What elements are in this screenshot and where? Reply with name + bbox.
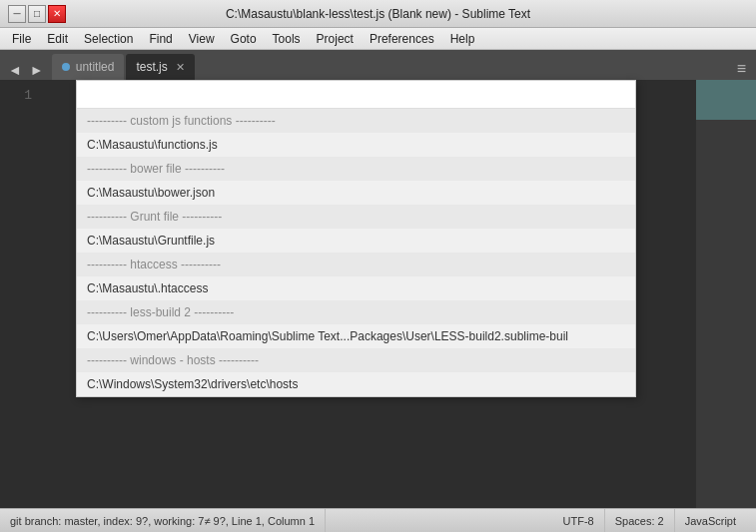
- tab-untitled-label: untitled: [76, 60, 115, 74]
- editor-area: 1 ---------- custom js functions -------…: [0, 80, 756, 508]
- dropdown-item-6: ---------- htaccess ----------: [77, 253, 635, 276]
- dropdown-item-9[interactable]: C:\Users\Omer\AppData\Roaming\Sublime Te…: [77, 324, 635, 348]
- close-button[interactable]: ✕: [48, 5, 66, 23]
- minimap: [696, 80, 756, 508]
- dropdown-overlay: ---------- custom js functions ---------…: [76, 80, 636, 397]
- menu-tools[interactable]: Tools: [265, 28, 309, 49]
- dropdown-item-10: ---------- windows - hosts ----------: [77, 348, 635, 372]
- line-numbers: 1: [0, 80, 40, 508]
- dropdown-search-input[interactable]: [77, 81, 635, 109]
- dropdown-item-0: ---------- custom js functions ---------…: [77, 109, 635, 133]
- tab-testjs-close[interactable]: ✕: [176, 61, 185, 74]
- dropdown-item-4: ---------- Grunt file ----------: [77, 205, 635, 229]
- menu-find[interactable]: Find: [141, 28, 180, 49]
- menu-preferences[interactable]: Preferences: [362, 28, 442, 49]
- status-language[interactable]: JavaScript: [675, 509, 746, 532]
- status-bar: git branch: master, index: 9?, working: …: [0, 508, 756, 532]
- dropdown-item-5[interactable]: C:\Masaustu\Gruntfile.js: [77, 229, 635, 253]
- tab-menu-button[interactable]: ≡: [731, 58, 752, 80]
- dropdown-item-11[interactable]: C:\Windows\System32\drivers\etc\hosts: [77, 372, 635, 396]
- menu-selection[interactable]: Selection: [76, 28, 141, 49]
- tab-untitled[interactable]: untitled: [52, 54, 125, 80]
- maximize-button[interactable]: □: [28, 5, 46, 23]
- menu-edit[interactable]: Edit: [39, 28, 76, 49]
- menu-file[interactable]: File: [4, 28, 39, 49]
- title-bar: ─ □ ✕ C:\Masaustu\blank-less\test.js (Bl…: [0, 0, 756, 28]
- tab-nav: ◄ ►: [4, 60, 48, 80]
- status-encoding[interactable]: UTF-8: [553, 509, 605, 532]
- minimap-thumb[interactable]: [696, 80, 756, 120]
- tab-prev-button[interactable]: ◄: [4, 60, 26, 80]
- dropdown-list: ---------- custom js functions ---------…: [77, 109, 635, 396]
- tab-testjs[interactable]: test.js ✕: [126, 54, 194, 80]
- dropdown-item-3[interactable]: C:\Masaustu\bower.json: [77, 181, 635, 205]
- tab-modified-indicator: [62, 63, 70, 71]
- dropdown-item-8: ---------- less-build 2 ----------: [77, 300, 635, 324]
- dropdown-item-1[interactable]: C:\Masaustu\functions.js: [77, 133, 635, 157]
- dropdown-item-2: ---------- bower file ----------: [77, 157, 635, 181]
- dropdown-panel: ---------- custom js functions ---------…: [76, 80, 636, 397]
- menu-view[interactable]: View: [181, 28, 223, 49]
- line-number: 1: [0, 88, 32, 103]
- status-spaces[interactable]: Spaces: 2: [605, 509, 675, 532]
- editor-content[interactable]: ---------- custom js functions ---------…: [40, 80, 696, 508]
- tab-next-button[interactable]: ►: [26, 60, 48, 80]
- tab-testjs-label: test.js: [136, 60, 167, 74]
- minimize-button[interactable]: ─: [8, 5, 26, 23]
- tab-bar: ◄ ► untitled test.js ✕ ≡: [0, 50, 756, 80]
- menu-goto[interactable]: Goto: [223, 28, 265, 49]
- window-title: C:\Masaustu\blank-less\test.js (Blank ne…: [68, 7, 688, 21]
- menu-bar: File Edit Selection Find View Goto Tools…: [0, 28, 756, 50]
- dropdown-item-7[interactable]: C:\Masaustu\.htaccess: [77, 276, 635, 300]
- status-git-info: git branch: master, index: 9?, working: …: [10, 509, 326, 532]
- menu-help[interactable]: Help: [442, 28, 483, 49]
- menu-project[interactable]: Project: [309, 28, 362, 49]
